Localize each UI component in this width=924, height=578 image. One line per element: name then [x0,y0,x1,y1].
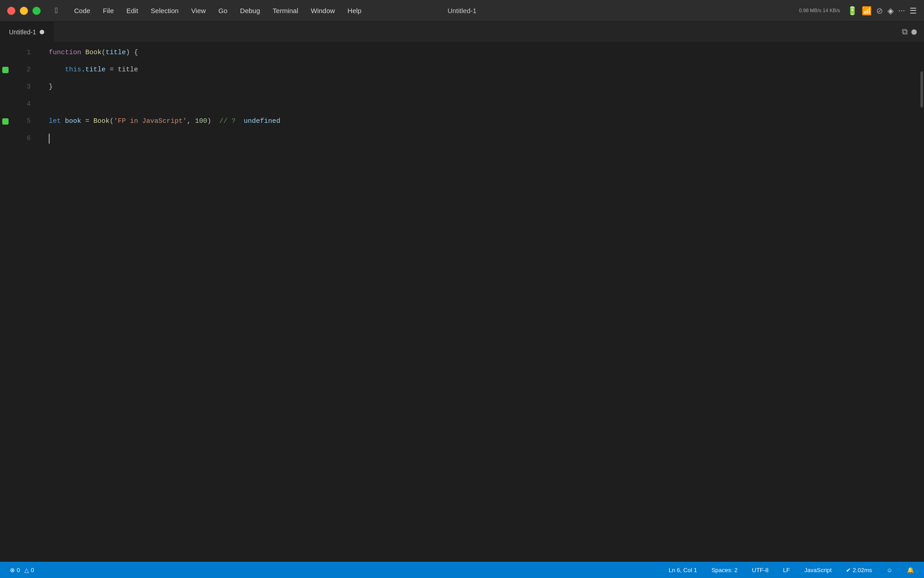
line-num-2: 2 [11,61,38,79]
smiley-icon: ☺ [887,567,892,573]
right-controls: 0.98 MB/s 14 KB/s 🔋 📶 ⊘ ◈ ··· ☰ [799,6,917,16]
line-numbers: 1 2 3 4 5 6 [11,42,38,562]
more-actions-button[interactable] [911,29,917,35]
status-language[interactable]: JavaScript [802,566,835,574]
window-title: Untitled-1 [448,7,476,14]
battery-icon: 🔋 [847,6,857,16]
editor-container: 1 2 3 4 5 6 function Book ( title ) { th… [0,42,924,562]
menu-view[interactable]: View [186,5,211,16]
breakpoint-3 [0,79,11,96]
status-spaces[interactable]: Spaces: 2 [709,566,740,574]
breakpoint-dot-5 [2,118,9,125]
timing-text: ✔ 2.02ms [846,567,872,573]
code-editor[interactable]: function Book ( title ) { this . title =… [38,42,919,562]
kw-Book: Book [85,44,102,61]
list-icon: ☰ [910,6,917,16]
line-num-4: 4 [11,96,38,113]
extension-icon: ◈ [887,6,894,16]
status-position[interactable]: Ln 6, Col 1 [666,566,700,574]
split-editor-button[interactable]: ⧉ [902,27,908,37]
code-line-3: } [49,79,919,96]
text-cursor [49,134,50,144]
status-errors[interactable]: ⊗ 0 △ 0 [7,566,37,574]
kw-title-param: title [106,44,126,61]
code-line-1: function Book ( title ) { [49,44,919,61]
apple-menu[interactable]:  [50,5,63,17]
spaces-text: Spaces: 2 [711,567,738,573]
menu-edit[interactable]: Edit [121,5,143,16]
language-text: JavaScript [804,567,832,573]
tab-bar: Untitled-1 ⧉ [0,22,924,42]
status-notifications[interactable]: 🔔 [904,566,917,574]
menu-window[interactable]: Window [305,5,340,16]
status-bar: ⊗ 0 △ 0 Ln 6, Col 1 Spaces: 2 UTF-8 LF J… [0,562,924,578]
status-smiley[interactable]: ☺ [884,566,895,574]
line-num-5: 5 [11,113,38,130]
status-icons: 🔋 📶 ⊘ ◈ ··· ☰ [847,6,917,16]
status-right: Ln 6, Col 1 Spaces: 2 UTF-8 LF JavaScrip… [666,566,917,574]
breakpoint-2 [0,61,11,79]
code-line-6 [49,130,919,147]
menu-terminal[interactable]: Terminal [267,5,304,16]
minimize-button[interactable] [20,7,28,15]
scrollbar-thumb[interactable] [920,71,923,107]
kw-string-fp: 'FP in JavaScript' [114,113,187,130]
more-icon: ··· [898,6,905,15]
kw-this: this [65,61,81,79]
breakpoint-gutter [0,42,11,562]
kw-book-var: book [65,113,81,130]
tab-controls: ⧉ [902,27,924,37]
kw-function: function [49,44,81,61]
maximize-button[interactable] [32,7,41,15]
breakpoint-5 [0,113,11,130]
status-encoding[interactable]: UTF-8 [749,566,772,574]
line-num-3: 3 [11,79,38,96]
editor-scrollbar[interactable] [919,42,924,562]
menu-help[interactable]: Help [342,5,367,16]
error-icon: ⊗ [10,567,15,573]
kw-title-val: title [118,61,138,79]
menu-bar:  Code File Edit Selection View Go Debug… [50,5,799,17]
network-stats: 0.98 MB/s 14 KB/s [799,7,840,14]
breakpoint-4 [0,96,11,113]
tab-label: Untitled-1 [9,28,36,36]
status-timing[interactable]: ✔ 2.02ms [843,566,874,574]
warning-icon: △ [24,567,29,573]
menu-debug[interactable]: Debug [235,5,265,16]
status-eol[interactable]: LF [781,566,793,574]
code-line-4 [49,96,919,113]
code-line-2: this . title = title [49,61,919,79]
bell-icon: 🔔 [907,567,914,573]
menu-go[interactable]: Go [213,5,233,16]
dnd-icon: ⊘ [876,6,883,16]
encoding-text: UTF-8 [752,567,769,573]
kw-let: let [49,113,61,130]
warning-count: 0 [31,567,34,573]
editor-tab[interactable]: Untitled-1 [0,22,54,42]
unsaved-dot [40,30,44,34]
error-count: 0 [17,567,20,573]
menu-file[interactable]: File [97,5,119,16]
kw-Book-call: Book [93,113,110,130]
breakpoint-1 [0,44,11,61]
status-left: ⊗ 0 △ 0 [7,566,37,574]
kw-comment: // ? [219,113,236,130]
kw-title-prop: title [85,61,106,79]
line-num-6: 6 [11,130,38,147]
wifi-icon: 📶 [862,6,872,16]
line-num-1: 1 [11,44,38,61]
traffic-lights [7,7,41,15]
menu-code[interactable]: Code [69,5,96,16]
kw-undefined: undefined [244,113,280,130]
titlebar:  Code File Edit Selection View Go Debug… [0,0,924,22]
eol-text: LF [783,567,790,573]
kw-number-100: 100 [195,113,207,130]
breakpoint-dot-2 [2,67,9,73]
position-text: Ln 6, Col 1 [669,567,697,573]
breakpoint-6 [0,130,11,147]
menu-selection[interactable]: Selection [145,5,184,16]
close-button[interactable] [7,7,15,15]
code-line-5: let book = Book ( 'FP in JavaScript' , 1… [49,113,919,130]
